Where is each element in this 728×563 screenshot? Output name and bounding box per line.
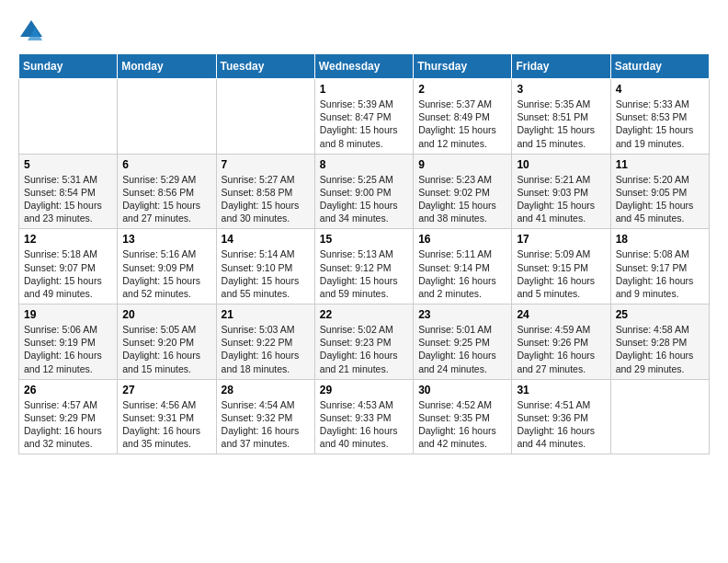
calendar-cell: 23Sunrise: 5:01 AM Sunset: 9:25 PM Dayli… [414,304,512,380]
day-info: Sunrise: 5:13 AM Sunset: 9:12 PM Dayligh… [320,247,408,300]
logo-icon [18,18,44,44]
day-number: 7 [222,158,310,171]
day-info: Sunrise: 4:56 AM Sunset: 9:31 PM Dayligh… [122,398,210,451]
calendar-cell: 6Sunrise: 5:29 AM Sunset: 8:56 PM Daylig… [118,154,216,229]
calendar-week-5: 26Sunrise: 4:57 AM Sunset: 9:29 PM Dayli… [19,379,710,454]
day-info: Sunrise: 4:51 AM Sunset: 9:36 PM Dayligh… [517,398,605,451]
calendar-cell: 17Sunrise: 5:09 AM Sunset: 9:15 PM Dayli… [512,229,610,304]
calendar-header-thursday: Thursday [414,54,512,79]
calendar-cell: 8Sunrise: 5:25 AM Sunset: 9:00 PM Daylig… [314,154,413,229]
day-number: 19 [24,308,112,321]
calendar-header-friday: Friday [512,54,610,79]
calendar-cell: 18Sunrise: 5:08 AM Sunset: 9:17 PM Dayli… [610,229,709,304]
calendar-cell: 22Sunrise: 5:02 AM Sunset: 9:23 PM Dayli… [314,304,413,380]
day-number: 5 [24,158,112,171]
day-number: 27 [122,384,210,396]
calendar-header-tuesday: Tuesday [216,54,314,79]
day-info: Sunrise: 5:05 AM Sunset: 9:20 PM Dayligh… [122,323,210,375]
day-info: Sunrise: 4:59 AM Sunset: 9:26 PM Dayligh… [517,323,605,375]
calendar-cell: 15Sunrise: 5:13 AM Sunset: 9:12 PM Dayli… [314,229,413,304]
day-info: Sunrise: 5:23 AM Sunset: 9:02 PM Dayligh… [418,173,506,225]
day-info: Sunrise: 4:54 AM Sunset: 9:32 PM Dayligh… [222,398,310,451]
day-info: Sunrise: 5:20 AM Sunset: 9:05 PM Dayligh… [616,173,704,225]
day-number: 3 [517,83,605,96]
day-number: 21 [222,308,310,321]
day-number: 16 [418,233,506,246]
calendar-cell: 31Sunrise: 4:51 AM Sunset: 9:36 PM Dayli… [512,379,610,454]
logo [18,18,48,44]
day-info: Sunrise: 5:16 AM Sunset: 9:09 PM Dayligh… [122,247,210,300]
calendar-header-row: SundayMondayTuesdayWednesdayThursdayFrid… [19,54,710,79]
day-number: 12 [24,233,112,246]
calendar-cell: 5Sunrise: 5:31 AM Sunset: 8:54 PM Daylig… [19,154,118,229]
calendar-cell [610,379,709,454]
day-number: 31 [517,384,605,396]
day-number: 23 [418,308,506,321]
calendar-cell: 16Sunrise: 5:11 AM Sunset: 9:14 PM Dayli… [414,229,512,304]
day-number: 22 [320,308,408,321]
calendar-cell [216,79,314,155]
calendar-cell: 13Sunrise: 5:16 AM Sunset: 9:09 PM Dayli… [118,229,216,304]
calendar-week-2: 5Sunrise: 5:31 AM Sunset: 8:54 PM Daylig… [19,154,710,229]
day-number: 2 [418,83,506,96]
day-info: Sunrise: 5:06 AM Sunset: 9:19 PM Dayligh… [24,323,112,375]
calendar-cell: 2Sunrise: 5:37 AM Sunset: 8:49 PM Daylig… [414,79,512,155]
day-info: Sunrise: 5:09 AM Sunset: 9:15 PM Dayligh… [517,247,605,300]
day-info: Sunrise: 5:25 AM Sunset: 9:00 PM Dayligh… [320,173,408,225]
page-header [18,18,710,44]
day-number: 15 [320,233,408,246]
calendar-cell: 24Sunrise: 4:59 AM Sunset: 9:26 PM Dayli… [512,304,610,380]
day-info: Sunrise: 5:21 AM Sunset: 9:03 PM Dayligh… [517,173,605,225]
day-info: Sunrise: 4:53 AM Sunset: 9:33 PM Dayligh… [320,398,408,451]
day-number: 10 [517,158,605,171]
day-info: Sunrise: 4:57 AM Sunset: 9:29 PM Dayligh… [24,398,112,451]
calendar-cell: 12Sunrise: 5:18 AM Sunset: 9:07 PM Dayli… [19,229,118,304]
calendar-cell [118,79,216,155]
day-number: 13 [122,233,210,246]
day-number: 1 [320,83,408,96]
day-number: 18 [616,233,704,246]
calendar-week-3: 12Sunrise: 5:18 AM Sunset: 9:07 PM Dayli… [19,229,710,304]
day-number: 30 [418,384,506,396]
day-number: 29 [320,384,408,396]
day-number: 14 [222,233,310,246]
calendar-week-1: 1Sunrise: 5:39 AM Sunset: 8:47 PM Daylig… [19,79,710,155]
calendar-cell: 1Sunrise: 5:39 AM Sunset: 8:47 PM Daylig… [314,79,413,155]
calendar-header-monday: Monday [118,54,216,79]
calendar-cell: 4Sunrise: 5:33 AM Sunset: 8:53 PM Daylig… [610,79,709,155]
calendar-cell: 25Sunrise: 4:58 AM Sunset: 9:28 PM Dayli… [610,304,709,380]
day-number: 26 [24,384,112,396]
calendar-cell: 19Sunrise: 5:06 AM Sunset: 9:19 PM Dayli… [19,304,118,380]
day-info: Sunrise: 5:02 AM Sunset: 9:23 PM Dayligh… [320,323,408,375]
day-info: Sunrise: 5:29 AM Sunset: 8:56 PM Dayligh… [122,173,210,225]
calendar-header-sunday: Sunday [19,54,118,79]
calendar-cell [19,79,118,155]
calendar-cell: 30Sunrise: 4:52 AM Sunset: 9:35 PM Dayli… [414,379,512,454]
day-number: 25 [616,308,704,321]
day-info: Sunrise: 5:08 AM Sunset: 9:17 PM Dayligh… [616,247,704,300]
day-info: Sunrise: 5:01 AM Sunset: 9:25 PM Dayligh… [418,323,506,375]
day-number: 11 [616,158,704,171]
calendar-cell: 21Sunrise: 5:03 AM Sunset: 9:22 PM Dayli… [216,304,314,380]
day-number: 6 [122,158,210,171]
day-info: Sunrise: 5:11 AM Sunset: 9:14 PM Dayligh… [418,247,506,300]
calendar-cell: 11Sunrise: 5:20 AM Sunset: 9:05 PM Dayli… [610,154,709,229]
calendar-body: 1Sunrise: 5:39 AM Sunset: 8:47 PM Daylig… [19,79,710,454]
day-info: Sunrise: 5:03 AM Sunset: 9:22 PM Dayligh… [222,323,310,375]
day-info: Sunrise: 5:31 AM Sunset: 8:54 PM Dayligh… [24,173,112,225]
day-number: 24 [517,308,605,321]
day-number: 17 [517,233,605,246]
calendar-cell: 9Sunrise: 5:23 AM Sunset: 9:02 PM Daylig… [414,154,512,229]
calendar-cell: 29Sunrise: 4:53 AM Sunset: 9:33 PM Dayli… [314,379,413,454]
calendar-week-4: 19Sunrise: 5:06 AM Sunset: 9:19 PM Dayli… [19,304,710,380]
day-info: Sunrise: 5:35 AM Sunset: 8:51 PM Dayligh… [517,98,605,150]
day-number: 4 [616,83,704,96]
day-number: 9 [418,158,506,171]
day-number: 20 [122,308,210,321]
day-number: 8 [320,158,408,171]
day-info: Sunrise: 5:14 AM Sunset: 9:10 PM Dayligh… [222,247,310,300]
calendar-cell: 28Sunrise: 4:54 AM Sunset: 9:32 PM Dayli… [216,379,314,454]
calendar-cell: 20Sunrise: 5:05 AM Sunset: 9:20 PM Dayli… [118,304,216,380]
calendar-cell: 14Sunrise: 5:14 AM Sunset: 9:10 PM Dayli… [216,229,314,304]
day-info: Sunrise: 5:37 AM Sunset: 8:49 PM Dayligh… [418,98,506,150]
